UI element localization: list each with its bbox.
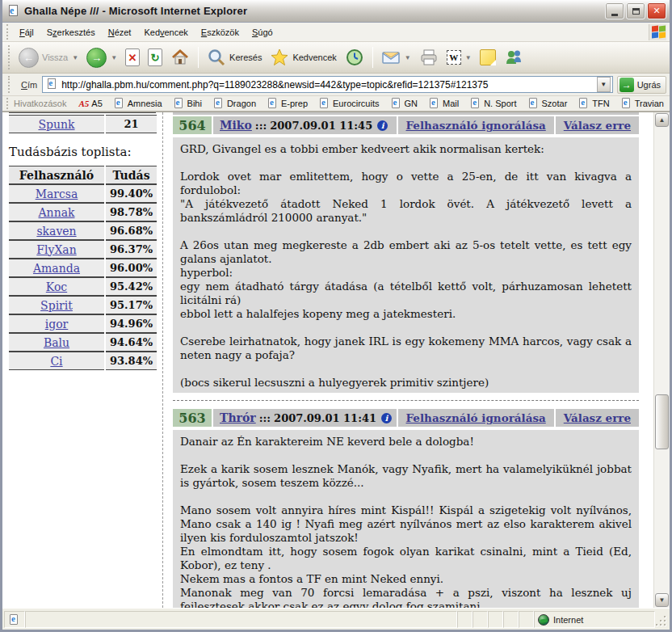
toplist-user-link[interactable]: FlyXan: [36, 243, 76, 256]
post-meta: Miko ::: 2007.09.01 11:45 i: [213, 116, 397, 134]
info-icon[interactable]: i: [377, 120, 388, 131]
post-separator: :::: [259, 412, 271, 424]
reply-link[interactable]: Válasz erre: [556, 409, 639, 427]
search-icon: [207, 48, 226, 67]
go-button[interactable]: → Ugrás: [617, 76, 666, 94]
word-edit-icon: W: [447, 50, 461, 65]
print-button[interactable]: [415, 46, 443, 69]
post-paragraph: (bocs sikerul lecsuszni a hulyegyerek pr…: [180, 376, 632, 390]
favorites-button[interactable]: Kedvencek: [266, 46, 340, 69]
link-szotar[interactable]: eSzotar: [528, 98, 568, 109]
toplist-user-link[interactable]: Annak: [39, 206, 75, 219]
info-icon[interactable]: i: [381, 413, 392, 423]
toolbar-grip[interactable]: [6, 24, 10, 39]
toplist-score: 96.68%: [106, 221, 157, 240]
status-cell: [519, 611, 534, 628]
link-a5[interactable]: A5A5: [78, 99, 102, 108]
toolbar-grip[interactable]: [8, 45, 12, 70]
address-dropdown-icon[interactable]: ▼: [597, 77, 611, 92]
menu-help[interactable]: Súgó: [246, 25, 279, 40]
post-paragraph: Ezek a karik sosem lesznek Manók, vagy N…: [180, 462, 632, 490]
page-icon: e: [46, 78, 58, 91]
post-author-link[interactable]: Thrór: [220, 411, 256, 424]
menu-file[interactable]: Fájl: [13, 25, 40, 40]
discuss-button[interactable]: [476, 48, 500, 67]
link-travian[interactable]: eTravian: [621, 98, 664, 109]
post-number: 563: [173, 409, 212, 427]
mail-button[interactable]: ▼: [377, 46, 415, 69]
stop-button[interactable]: ✕: [121, 47, 144, 68]
maximize-button[interactable]: [626, 2, 645, 19]
toplist-header-score: Tudás: [106, 166, 157, 184]
address-input[interactable]: e http://ghalla.pbm.hu/comment.php?q=118…: [42, 76, 612, 93]
home-button[interactable]: [166, 46, 194, 69]
toolbar-grip[interactable]: [6, 98, 8, 109]
toplist-user-link[interactable]: Amanda: [33, 262, 80, 275]
status-cell: [488, 611, 503, 628]
minimize-button[interactable]: [605, 2, 624, 19]
post-header: 564 Miko ::: 2007.09.01 11:45 i Felhaszn…: [173, 116, 639, 134]
toplist-user-link[interactable]: skaven: [36, 225, 76, 238]
forward-dropdown-icon[interactable]: ▼: [111, 54, 117, 61]
ie-page-icon: e: [9, 614, 20, 626]
post-563: 563 Thrór ::: 2007.09.01 11:41 i Felhasz…: [173, 409, 639, 608]
forward-button[interactable]: → ▼: [82, 46, 121, 70]
toplist-user-link[interactable]: Marcsa: [36, 187, 78, 200]
link-mail[interactable]: eMail: [429, 98, 459, 109]
link-eurocircuits[interactable]: eEurocircuits: [319, 98, 379, 109]
post-author-link[interactable]: Miko: [220, 119, 252, 132]
close-button[interactable]: ✕: [647, 2, 666, 19]
history-button[interactable]: [341, 46, 368, 69]
back-dropdown-icon[interactable]: ▼: [72, 54, 78, 61]
post-paragraph: Mano sosem volt annyira híres mint Kispá…: [180, 503, 632, 608]
link-tfn[interactable]: eTFN: [578, 98, 609, 109]
title-bar[interactable]: e Ghalla Népe /// - Microsoft Internet E…: [2, 0, 670, 23]
menu-favorites[interactable]: Kedvencek: [137, 25, 194, 40]
menu-view[interactable]: Nézet: [102, 25, 138, 40]
toplist-user-link[interactable]: Spirit: [40, 299, 73, 312]
link-dragon[interactable]: eDragon: [213, 98, 256, 109]
mail-icon: [381, 48, 401, 67]
back-button[interactable]: ← Vissza ▼: [15, 46, 82, 70]
link-amnesia[interactable]: eAmnesia: [114, 98, 162, 109]
toplist-user-link[interactable]: Koc: [46, 280, 67, 293]
scroll-up-icon[interactable]: ▲: [655, 113, 669, 127]
address-label: Cím: [21, 80, 37, 90]
ignore-user-link[interactable]: Felhasználó ignorálása: [398, 116, 554, 134]
toplist-user-link[interactable]: Ci: [50, 355, 62, 368]
link-eprep[interactable]: eE-prep: [267, 98, 308, 109]
mail-dropdown-icon[interactable]: ▼: [405, 54, 411, 61]
messenger-button[interactable]: [500, 46, 527, 69]
menu-edit[interactable]: Szerkesztés: [40, 25, 102, 40]
toplist-user-link[interactable]: Balu: [44, 336, 69, 349]
toplist-score: 96.00%: [106, 259, 157, 277]
link-bihi[interactable]: eBihi: [174, 98, 202, 109]
windows-logo-icon: [649, 24, 666, 40]
post-paragraph: A 26os utan meg megkereste a 2db embert …: [180, 238, 632, 321]
post-body: GRD, Givangel es a tobbi ember kedveert …: [173, 137, 639, 393]
edit-dropdown-icon[interactable]: ▼: [465, 54, 472, 61]
user-link-spunk[interactable]: Spunk: [38, 118, 74, 131]
link-gn[interactable]: eGN: [391, 98, 418, 109]
vertical-scrollbar[interactable]: ▲ ▼: [653, 112, 670, 608]
post-paragraph: GRD, Givangel es a tobbi ember kedveert …: [180, 142, 632, 156]
ie-page-icon: e: [391, 98, 402, 109]
toplist-row: Ci93.84%: [9, 352, 157, 370]
resize-grip[interactable]: [655, 611, 668, 628]
menu-tools[interactable]: Eszközök: [195, 25, 246, 40]
link-nsport[interactable]: eN. Sport: [470, 98, 516, 109]
reply-link[interactable]: Válasz erre: [556, 116, 639, 134]
ignore-user-link[interactable]: Felhasználó ignorálása: [398, 409, 554, 427]
refresh-button[interactable]: ↻: [144, 47, 166, 68]
address-url[interactable]: http://ghalla.pbm.hu/comment.php?q=11890…: [61, 79, 596, 91]
toplist-title: Tudásbázis toplista:: [9, 145, 156, 159]
edit-with-word-button[interactable]: W ▼: [443, 48, 476, 66]
toolbar-grip[interactable]: [8, 76, 12, 94]
scrollbar-thumb[interactable]: [655, 394, 669, 449]
post-header: 563 Thrór ::: 2007.09.01 11:41 i Felhasz…: [173, 409, 639, 427]
toplist-row: Koc95.42%: [9, 277, 157, 296]
toplist-row: igor94.96%: [9, 314, 157, 333]
toplist-user-link[interactable]: igor: [45, 318, 69, 331]
search-button[interactable]: Keresés: [203, 46, 266, 69]
scroll-down-icon[interactable]: ▼: [655, 593, 669, 607]
